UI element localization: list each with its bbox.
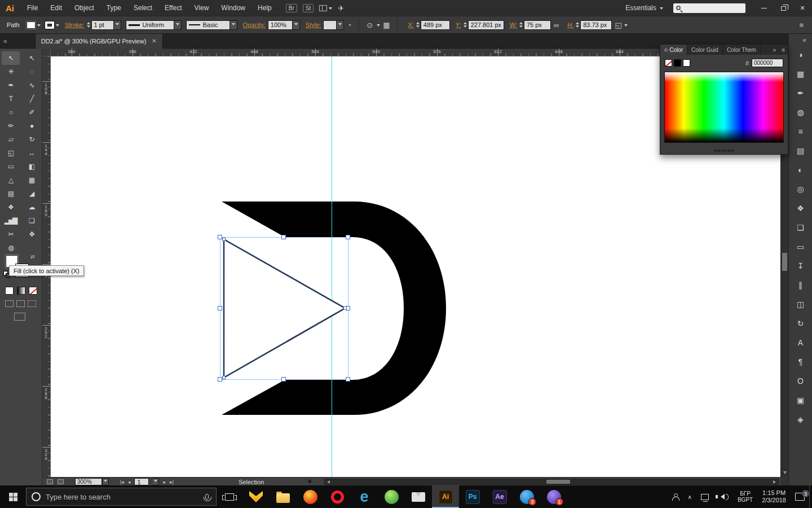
line-segment-tool[interactable]: ╱: [23, 92, 41, 106]
paintbrush-tool[interactable]: ✐: [23, 106, 41, 119]
character-panel-icon[interactable]: A: [792, 335, 809, 351]
paragraph-panel-icon[interactable]: ¶: [792, 354, 809, 370]
pathfinder-panel-icon[interactable]: ◫: [792, 296, 809, 312]
show-desktop-button[interactable]: [809, 485, 812, 508]
selection-handle-w[interactable]: [218, 306, 222, 310]
x-link[interactable]: X:: [408, 21, 413, 28]
app-search-box[interactable]: [673, 3, 745, 13]
asset-export-panel-icon[interactable]: ↧: [792, 258, 809, 274]
symbol-sprayer-tool[interactable]: ☁: [23, 200, 41, 214]
y-field[interactable]: 227.801 px: [468, 20, 504, 30]
close-document-icon[interactable]: ✕: [152, 38, 156, 44]
selection-handle-s[interactable]: [282, 378, 286, 382]
recolor-artwork-icon[interactable]: ◔: [347, 21, 351, 29]
control-panel-menu-icon[interactable]: ≡: [799, 21, 804, 29]
anchor-point[interactable]: [344, 307, 347, 310]
next-artboard-button[interactable]: ▸: [163, 479, 166, 485]
color-button[interactable]: [5, 287, 14, 295]
style-link[interactable]: Style:: [306, 21, 321, 28]
start-button[interactable]: [0, 485, 26, 508]
gradient-tool[interactable]: ▤: [2, 187, 20, 200]
anchor-point[interactable]: [223, 376, 226, 379]
status-expand-icon[interactable]: [308, 479, 315, 484]
perspective-grid-tool[interactable]: △: [2, 173, 20, 187]
selection-handle-se[interactable]: [346, 378, 350, 382]
appearance-panel-icon[interactable]: ◎: [792, 181, 809, 197]
ellipse-tool[interactable]: ○: [2, 106, 20, 119]
minimize-button[interactable]: [754, 0, 774, 16]
magic-wand-tool[interactable]: ✳: [2, 65, 20, 78]
menu-file[interactable]: File: [21, 0, 44, 16]
microphone-icon[interactable]: [205, 494, 209, 500]
language-indicator[interactable]: БГРBGPT: [733, 485, 757, 508]
draw-behind-button[interactable]: [16, 300, 25, 307]
opacity-dropdown[interactable]: [293, 20, 300, 30]
selection-handle-sw[interactable]: [218, 378, 222, 382]
menu-select[interactable]: Select: [127, 0, 158, 16]
panel-overflow-icon[interactable]: »: [770, 45, 779, 55]
h-field[interactable]: 83.73 px: [580, 20, 612, 30]
taskbar-app-photoshop[interactable]: Ps: [459, 485, 486, 508]
restore-button[interactable]: [774, 0, 793, 16]
select-similar-button[interactable]: ⊙: [364, 21, 380, 29]
hidden-icons-chevron[interactable]: ∧: [683, 485, 696, 508]
workspace-switcher[interactable]: Essentials: [625, 4, 663, 12]
scale-tool[interactable]: ◱: [2, 146, 20, 160]
opacity-field[interactable]: 100%: [268, 20, 293, 30]
draw-normal-button[interactable]: [5, 300, 14, 307]
stroke-weight-field[interactable]: 1 pt: [91, 20, 114, 30]
taskbar-app-edge[interactable]: e: [351, 485, 378, 508]
taskbar-search-input[interactable]: [46, 493, 200, 501]
stroke-panel-icon[interactable]: ≡: [792, 124, 809, 139]
last-artboard-button[interactable]: ▸|: [170, 479, 174, 485]
swatches-panel-icon[interactable]: ▦: [792, 66, 809, 82]
constrain-proportions-icon[interactable]: ∞: [554, 21, 559, 29]
previous-artboard-button[interactable]: ◂: [128, 479, 131, 485]
h-link[interactable]: H:: [567, 21, 573, 28]
y-stepper[interactable]: [464, 22, 467, 28]
w-stepper[interactable]: [519, 22, 523, 28]
menu-type[interactable]: Type: [100, 0, 127, 16]
width-profile-dropdown[interactable]: [174, 20, 182, 30]
pencil-tool[interactable]: ✏: [2, 119, 20, 133]
taskbar-app-opera[interactable]: [324, 485, 351, 508]
panel-resize-grip[interactable]: [714, 150, 734, 152]
brush-definition-dropdown[interactable]: [230, 20, 237, 30]
type-tool[interactable]: T: [2, 92, 20, 106]
artboard-dropdown[interactable]: [153, 478, 159, 485]
document-tab[interactable]: DD2.ai* @ 300% (RGB/GPU Preview) ✕: [35, 34, 163, 49]
black-swatch[interactable]: [674, 59, 681, 67]
app-search-input[interactable]: [683, 5, 739, 11]
direct-selection-tool[interactable]: ↖: [23, 51, 41, 65]
brushes-panel-icon[interactable]: ✒: [792, 85, 809, 101]
artboard-number-field[interactable]: 1: [134, 478, 149, 485]
navigator-panel-icon[interactable]: ◈: [792, 411, 809, 427]
graphic-styles-panel-icon[interactable]: ❖: [792, 200, 809, 216]
none-button[interactable]: [29, 287, 37, 295]
bridge-button[interactable]: Br: [286, 4, 297, 12]
stroke-weight-dropdown[interactable]: [114, 20, 121, 30]
first-artboard-button[interactable]: |◂: [120, 479, 124, 485]
selection-tool[interactable]: ↖: [2, 51, 20, 65]
fill-color-dropdown[interactable]: [27, 21, 41, 29]
color-panel-tab-color-guid[interactable]: Color Guid: [687, 45, 723, 55]
horizontal-scroll-thumb[interactable]: [546, 480, 570, 484]
align-panel-icon[interactable]: ∥: [792, 277, 809, 293]
menu-view[interactable]: View: [188, 0, 215, 16]
width-tool[interactable]: ↔: [23, 146, 41, 160]
taskbar-app-yellow-app[interactable]: [242, 485, 270, 508]
symbols-panel-icon[interactable]: ◍: [792, 104, 809, 120]
stock-button[interactable]: St: [303, 4, 314, 12]
draw-inside-button[interactable]: [28, 300, 36, 307]
task-view-button[interactable]: [225, 493, 234, 501]
menu-effect[interactable]: Effect: [158, 0, 188, 16]
collapse-toolbar-icon[interactable]: «: [3, 37, 7, 45]
taskbar-app-blue-app[interactable]: 3: [513, 485, 540, 508]
hex-value-field[interactable]: 000000: [752, 59, 783, 67]
anchor-point[interactable]: [223, 238, 226, 241]
style-dropdown[interactable]: [337, 20, 344, 30]
hand-tool[interactable]: ✥: [23, 227, 41, 241]
menu-window[interactable]: Window: [215, 0, 251, 16]
screen-mode-button[interactable]: [14, 313, 25, 321]
align-grid-icon[interactable]: ▦: [383, 21, 390, 29]
